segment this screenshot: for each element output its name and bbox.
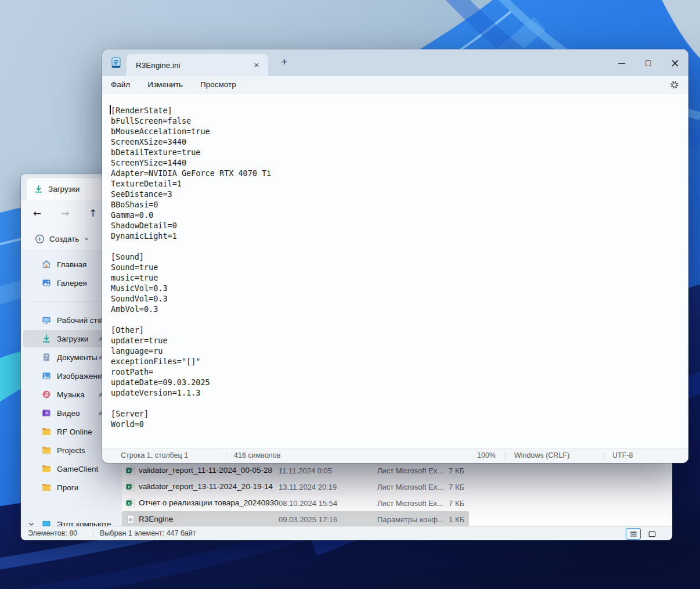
- character-count: 416 символов: [234, 451, 280, 459]
- new-tab-button[interactable]: +: [276, 55, 293, 71]
- folder-icon: [42, 464, 51, 473]
- explorer-tab-title: Загрузки: [48, 185, 80, 193]
- up-arrow-button[interactable]: ↑: [84, 204, 102, 222]
- menu-file[interactable]: Файл: [111, 80, 130, 89]
- file-size: 7 КБ: [424, 483, 464, 491]
- plus-circle-icon: [35, 234, 45, 244]
- excel-file-icon: X: [126, 498, 135, 508]
- svg-text:X: X: [127, 501, 130, 506]
- forward-arrow-button[interactable]: →: [56, 204, 74, 222]
- config-file-icon: [126, 515, 135, 524]
- music-icon: [42, 390, 51, 399]
- window-controls: — □ ×: [608, 49, 688, 76]
- file-row[interactable]: X validator_report_11-11-2024_00-05-28 1…: [122, 462, 469, 479]
- sidebar-item-label: Главная: [57, 260, 86, 269]
- chevron-down-icon: [84, 236, 89, 242]
- editor-content: [RenderState] bFullScreen=false bMouseAc…: [102, 94, 688, 429]
- explorer-status-bar: Элементов: 80 Выбран 1 элемент: 447 байт: [21, 526, 672, 540]
- notepad-tab-title: R3Engine.ini: [136, 61, 181, 70]
- create-new-button[interactable]: Создать: [30, 231, 94, 247]
- sidebar-item-label: Галерея: [57, 279, 87, 288]
- video-icon: [42, 408, 51, 418]
- status-divider: [226, 452, 226, 460]
- computer-icon: [42, 519, 51, 526]
- documents-icon: [42, 353, 51, 362]
- file-name: validator_report_13-11-2024_20-19-14: [139, 482, 273, 491]
- notepad-titlebar[interactable]: R3Engine.ini × + — □ ×: [102, 49, 688, 76]
- excel-file-icon: X: [126, 466, 135, 475]
- sidebar-item-label: Видео: [57, 409, 80, 418]
- file-name: validator_report_11-11-2024_00-05-28: [139, 466, 272, 475]
- sidebar-item-label: Projects: [57, 446, 85, 455]
- sidebar-item-label: Загрузки: [57, 335, 88, 343]
- notepad-window: R3Engine.ini × + — □ × Файл Изменить Про…: [102, 49, 688, 463]
- pictures-icon: [42, 371, 51, 380]
- file-name: Отчет о реализации товара_20240930: [139, 498, 279, 507]
- menu-view[interactable]: Просмотр: [200, 80, 236, 89]
- zoom-level[interactable]: 100%: [477, 451, 496, 459]
- sidebar-item-label: Рабочий сто: [57, 316, 102, 325]
- notepad-status-bar: Строка 1, столбец 1 416 символов 100% Wi…: [102, 448, 688, 463]
- svg-text:X: X: [127, 484, 130, 490]
- sidebar-divider: [35, 505, 116, 505]
- svg-text:X: X: [127, 468, 130, 473]
- file-date: 09.03.2025 17:16: [279, 515, 337, 524]
- create-new-label: Создать: [49, 235, 79, 243]
- sidebar-item-label: Этот компьюте: [57, 520, 111, 527]
- sidebar-item-label: RF Online: [57, 428, 92, 436]
- chevron-down-icon: [28, 520, 35, 526]
- notepad-menubar: Файл Изменить Просмотр: [102, 76, 688, 94]
- item-count: Элементов: 80: [28, 529, 77, 537]
- encoding[interactable]: UTF-8: [612, 451, 633, 459]
- file-date: 08.10.2024 15:54: [279, 499, 337, 508]
- sidebar-item-label: Изображени: [57, 372, 102, 380]
- file-date: 11.11.2024 0:05: [279, 466, 332, 475]
- sidebar-item-label: Музыка: [57, 390, 85, 399]
- notepad-tab[interactable]: R3Engine.ini ×: [127, 54, 268, 76]
- list-view-button[interactable]: [626, 528, 641, 540]
- file-row-selected[interactable]: R3Engine 09.03.2025 17:16 Параметры конф…: [122, 511, 469, 526]
- back-arrow-button[interactable]: ←: [28, 204, 46, 222]
- explorer-tab-downloads[interactable]: Загрузки: [27, 178, 114, 200]
- file-size: 7 КБ: [424, 499, 464, 508]
- maximize-button[interactable]: □: [635, 49, 662, 76]
- downloads-tab-icon: [34, 185, 43, 193]
- desktop: Загрузки ← → ↑ Создать Главная: [0, 0, 700, 589]
- status-divider: [93, 530, 93, 538]
- thumbnail-view-icon: [648, 530, 656, 538]
- minimize-button[interactable]: —: [608, 49, 635, 76]
- file-date: 13.11.2024 20:19: [279, 483, 337, 491]
- tab-close-button[interactable]: ×: [250, 58, 264, 72]
- home-icon: [42, 260, 51, 269]
- file-size: 1 КБ: [424, 515, 464, 524]
- status-divider: [604, 452, 604, 460]
- sidebar-item-label: Проги: [57, 483, 78, 492]
- thumbnail-view-button[interactable]: [644, 528, 659, 540]
- text-caret: [110, 105, 111, 114]
- line-ending[interactable]: Windows (CRLF): [514, 451, 569, 459]
- list-view-icon: [629, 530, 638, 538]
- file-size: 7 КБ: [424, 466, 464, 475]
- sidebar-item-gameclient[interactable]: GameClient: [23, 460, 120, 477]
- sidebar-item-this-pc[interactable]: Этот компьюте: [23, 515, 120, 526]
- sidebar-item-label: GameClient: [57, 465, 98, 473]
- folder-icon: [42, 427, 51, 436]
- gear-icon[interactable]: [670, 80, 679, 89]
- sidebar-item-progi[interactable]: Проги: [23, 479, 120, 496]
- cursor-position: Строка 1, столбец 1: [121, 451, 188, 459]
- downloads-icon: [42, 334, 51, 343]
- file-row[interactable]: X validator_report_13-11-2024_20-19-14 1…: [122, 479, 469, 495]
- folder-icon: [42, 483, 51, 492]
- file-row[interactable]: X Отчет о реализации товара_20240930 08.…: [122, 495, 469, 511]
- close-button[interactable]: ×: [662, 49, 688, 76]
- menu-edit[interactable]: Изменить: [147, 80, 183, 89]
- editor-area[interactable]: [RenderState] bFullScreen=false bMouseAc…: [102, 94, 688, 448]
- status-divider: [505, 452, 506, 460]
- selection-info: Выбран 1 элемент: 447 байт: [100, 529, 196, 537]
- excel-file-icon: X: [126, 482, 135, 491]
- desktop-icon: [42, 315, 51, 325]
- gallery-icon: [42, 278, 51, 288]
- file-name: R3Engine: [139, 515, 173, 523]
- notepad-app-icon: [110, 57, 122, 69]
- sidebar-item-label: Документы: [57, 353, 98, 362]
